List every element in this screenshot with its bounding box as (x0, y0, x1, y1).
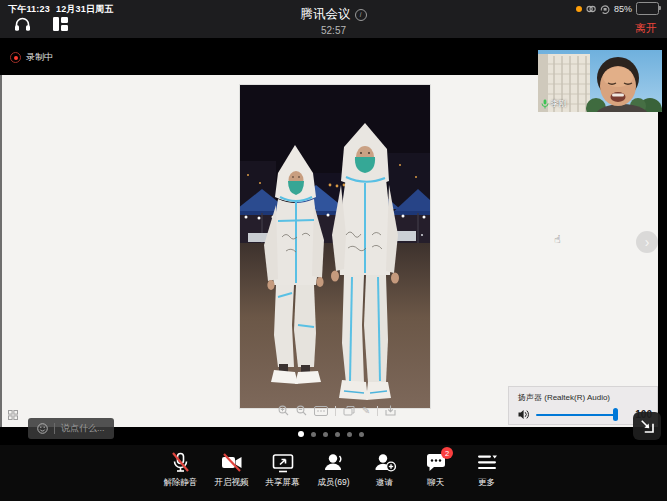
toolbar-label: 成员(69) (317, 477, 349, 489)
toolbar-label: 开启视频 (215, 477, 249, 489)
next-page-button[interactable]: › (636, 231, 658, 253)
members-icon (322, 451, 346, 474)
volume-slider-track (536, 414, 615, 417)
meeting-timer: 52:57 (0, 25, 667, 36)
volume-slider-thumb[interactable] (613, 408, 618, 421)
chat-unread-badge: 2 (441, 447, 453, 459)
mic-muted-icon (169, 451, 192, 474)
toolbar-divider (335, 406, 336, 416)
meeting-header-bar: 下午11:2312月31日周五 腾讯会议 i 52:57 (0, 0, 667, 38)
chat-button[interactable]: 2 聊天 (414, 451, 457, 489)
tencent-meeting-window: 下午11:2312月31日周五 腾讯会议 i 52:57 (0, 0, 667, 501)
share-screen-button[interactable]: 共享屏幕 (261, 451, 304, 489)
emoji-icon[interactable] (37, 423, 48, 434)
participant-video-thumbnail[interactable]: 李刚 (538, 50, 662, 112)
recording-indicator: 录制中 (10, 51, 53, 64)
zoom-out-icon[interactable] (296, 405, 307, 416)
page-dot[interactable] (335, 432, 340, 437)
toolbar-label: 聊天 (427, 477, 444, 489)
page-dot[interactable] (323, 432, 328, 437)
orientation-lock-icon (600, 4, 610, 14)
mouse-hand-cursor: ☝ (554, 233, 561, 246)
leave-meeting-button[interactable]: 离开 (635, 21, 657, 36)
participant-name-bar: 李刚 (541, 98, 567, 109)
more-button[interactable]: 更多 (465, 451, 508, 489)
page-dot[interactable] (347, 432, 352, 437)
recording-dot-icon (10, 52, 21, 63)
members-button[interactable]: 成员(69) (312, 451, 355, 489)
meeting-title-block: 腾讯会议 i 52:57 (0, 4, 667, 36)
more-icon (475, 451, 499, 474)
invite-button[interactable]: 邀请 (363, 451, 406, 489)
chat-input-divider (54, 423, 55, 434)
unmute-button[interactable]: 解除静音 (159, 451, 202, 489)
toolbar-label: 邀请 (376, 477, 393, 489)
zoom-in-icon[interactable] (278, 405, 289, 416)
invite-icon (373, 451, 397, 474)
page-dot[interactable] (311, 432, 316, 437)
zoom-level-box-icon[interactable] (314, 406, 328, 416)
mic-in-use-indicator (576, 6, 582, 12)
participant-name: 李刚 (551, 98, 567, 109)
share-screen-icon (271, 451, 295, 474)
chevron-right-icon: › (645, 235, 650, 249)
mic-active-icon (541, 99, 549, 109)
toolbar-label: 解除静音 (164, 477, 198, 489)
system-status-icons: 85% (576, 3, 659, 14)
hotspot-icon (586, 4, 596, 14)
shared-photo (240, 85, 430, 408)
meeting-toolbar: 解除静音 开启视频 共享屏幕 成员(69) (0, 445, 667, 501)
start-video-button[interactable]: 开启视频 (210, 451, 253, 489)
quick-chat-input[interactable]: 说点什么... (28, 418, 114, 439)
download-icon[interactable] (385, 405, 396, 416)
audio-device-label: 扬声器 (Realtek(R) Audio) (518, 392, 610, 403)
meeting-info-icon[interactable]: i (355, 9, 367, 21)
page-dot[interactable] (359, 432, 364, 437)
shared-screen-area: ✎ ☝ › (0, 75, 658, 427)
thumbnail-grid-button[interactable] (8, 406, 18, 424)
grid-icon (8, 410, 18, 420)
image-viewer-toolbar: ✎ (278, 405, 396, 416)
toolbar-divider (377, 406, 378, 416)
battery-icon (636, 2, 659, 15)
toolbar-label: 更多 (478, 477, 495, 489)
page-dot-active[interactable] (298, 431, 304, 437)
meeting-title: 腾讯会议 (301, 6, 351, 23)
speaker-icon[interactable] (518, 409, 530, 420)
camera-off-icon (220, 451, 244, 474)
toolbar-label: 共享屏幕 (266, 477, 300, 489)
edit-pencil-icon[interactable]: ✎ (362, 406, 370, 416)
rotate-icon[interactable] (343, 405, 355, 416)
battery-percent: 85% (614, 4, 632, 14)
volume-slider[interactable] (536, 407, 633, 421)
recording-label: 录制中 (26, 51, 53, 64)
chat-input-placeholder: 说点什么... (61, 422, 105, 435)
